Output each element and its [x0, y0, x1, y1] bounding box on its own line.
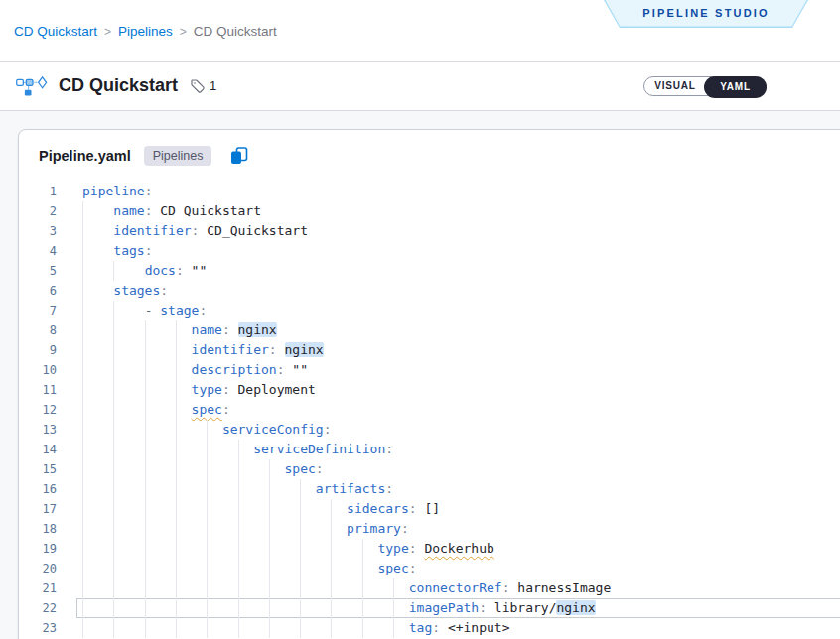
code-line[interactable]: name: CD Quickstart: [76, 201, 840, 221]
code-line[interactable]: type: Dockerhub: [76, 539, 840, 559]
code-line[interactable]: stages:: [76, 281, 840, 301]
line-number: 7: [19, 301, 57, 320]
breadcrumb-current: CD Quickstart: [194, 24, 277, 39]
breadcrumb-separator-icon: >: [180, 25, 187, 39]
breadcrumb-link-pipelines[interactable]: Pipelines: [118, 24, 173, 39]
code-line[interactable]: tag: <+input>: [76, 618, 840, 638]
pipeline-icon: [16, 74, 50, 98]
line-number: 9: [19, 340, 57, 360]
line-number: 6: [19, 281, 57, 301]
yaml-editor[interactable]: 1234567891011121314151617181920212223 pi…: [19, 182, 840, 638]
code-line[interactable]: docs: "": [76, 261, 840, 281]
code-line[interactable]: imagePath: library/nginx: [76, 598, 840, 618]
pipeline-studio-tab-label: PIPELINE STUDIO: [606, 0, 807, 27]
line-number: 20: [19, 559, 57, 578]
copy-icon[interactable]: [229, 146, 249, 166]
visual-yaml-toggle: VISUAL YAML: [643, 76, 767, 96]
yaml-file-name: Pipeline.yaml: [39, 148, 131, 164]
tag-count: 1: [210, 78, 216, 93]
entity-type-badge: Pipelines: [144, 146, 212, 166]
code-line[interactable]: connectorRef: harnessImage: [76, 578, 840, 598]
line-number: 1: [19, 182, 57, 201]
breadcrumb-link-project[interactable]: CD Quickstart: [14, 24, 97, 39]
code-line[interactable]: name: nginx: [76, 320, 840, 340]
line-number: 5: [19, 261, 57, 281]
tags-indicator: 1: [190, 78, 216, 94]
code-line[interactable]: pipeline:: [76, 182, 840, 201]
line-number: 12: [19, 400, 57, 420]
code-line[interactable]: primary:: [76, 519, 840, 539]
studio-content: Pipeline.yaml Pipelines 1234567891011121…: [0, 111, 840, 639]
line-number-gutter: 1234567891011121314151617181920212223: [19, 182, 57, 638]
code-lines[interactable]: pipeline: name: CD Quickstart identifier…: [76, 182, 840, 638]
line-number: 17: [19, 499, 57, 519]
code-line[interactable]: spec:: [76, 559, 840, 578]
pipeline-title-row: CD Quickstart 1 VISUAL YAML: [0, 62, 840, 111]
line-number: 2: [19, 201, 57, 221]
line-number: 13: [19, 420, 57, 440]
yaml-toggle-button[interactable]: YAML: [704, 76, 767, 98]
line-number: 14: [19, 440, 57, 459]
breadcrumb-bar: CD Quickstart > Pipelines > CD Quickstar…: [0, 0, 840, 62]
line-number: 3: [19, 221, 57, 241]
yaml-editor-card: Pipeline.yaml Pipelines 1234567891011121…: [18, 129, 840, 639]
tag-icon: [190, 78, 206, 94]
code-line[interactable]: spec:: [76, 400, 840, 420]
line-number: 15: [19, 459, 57, 479]
code-line[interactable]: sidecars: []: [76, 499, 840, 519]
line-number: 16: [19, 479, 57, 499]
line-number: 8: [19, 320, 57, 340]
line-number: 22: [19, 598, 57, 618]
line-number: 19: [19, 539, 57, 559]
code-line[interactable]: description: "": [76, 360, 840, 380]
line-number: 21: [19, 578, 57, 598]
code-line[interactable]: artifacts:: [76, 479, 840, 499]
visual-toggle-button[interactable]: VISUAL: [644, 77, 706, 95]
code-line[interactable]: tags:: [76, 241, 840, 261]
pipeline-studio-page: CD Quickstart > Pipelines > CD Quickstar…: [0, 0, 840, 639]
line-number: 4: [19, 241, 57, 261]
line-number: 11: [19, 380, 57, 400]
breadcrumb: CD Quickstart > Pipelines > CD Quickstar…: [14, 24, 277, 39]
code-line[interactable]: identifier: CD_Quickstart: [76, 221, 840, 241]
code-line[interactable]: spec:: [76, 459, 840, 479]
line-number: 10: [19, 360, 57, 380]
code-line[interactable]: - stage:: [76, 301, 840, 320]
code-line[interactable]: identifier: nginx: [76, 340, 840, 360]
code-line[interactable]: serviceDefinition:: [76, 440, 840, 459]
line-number: 23: [19, 618, 57, 638]
page-title: CD Quickstart: [59, 75, 178, 96]
yaml-editor-header: Pipeline.yaml Pipelines: [19, 130, 840, 182]
code-line[interactable]: type: Deployment: [76, 380, 840, 400]
line-number: 18: [19, 519, 57, 539]
breadcrumb-separator-icon: >: [104, 25, 111, 39]
pipeline-studio-tab[interactable]: PIPELINE STUDIO: [604, 0, 808, 28]
code-line[interactable]: serviceConfig:: [76, 420, 840, 440]
